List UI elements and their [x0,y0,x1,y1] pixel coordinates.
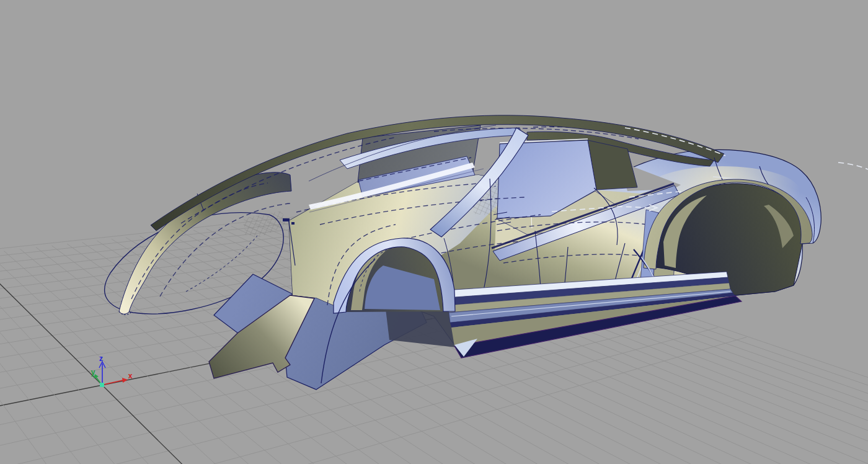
car-model-surfaces[interactable] [105,115,868,390]
axis-label-x: x [128,372,133,380]
viewport-canvas[interactable]: z x y [0,0,868,464]
axis-gizmo: z x y [91,354,133,387]
axis-label-y: y [91,368,95,377]
ghost-mesh-patch [244,211,291,237]
x-axis-line [104,380,123,385]
connector-mark [283,218,290,221]
origin-marker [100,383,104,387]
connector-mark [291,222,294,225]
axis-label-z: z [99,354,103,363]
